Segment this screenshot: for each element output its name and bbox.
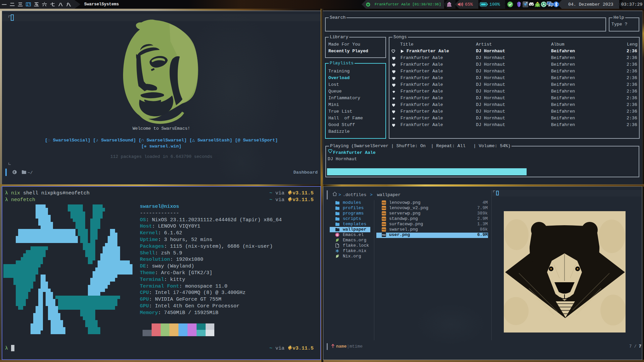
svg-text:PNG: PNG — [382, 234, 386, 236]
svg-text:PNG: PNG — [382, 207, 386, 209]
svg-text:PNG: PNG — [382, 218, 386, 220]
svg-text:PNG: PNG — [382, 202, 386, 204]
svg-text:PNG: PNG — [382, 213, 386, 215]
svg-text:PNG: PNG — [382, 223, 386, 225]
svg-text:PNG: PNG — [382, 229, 386, 231]
